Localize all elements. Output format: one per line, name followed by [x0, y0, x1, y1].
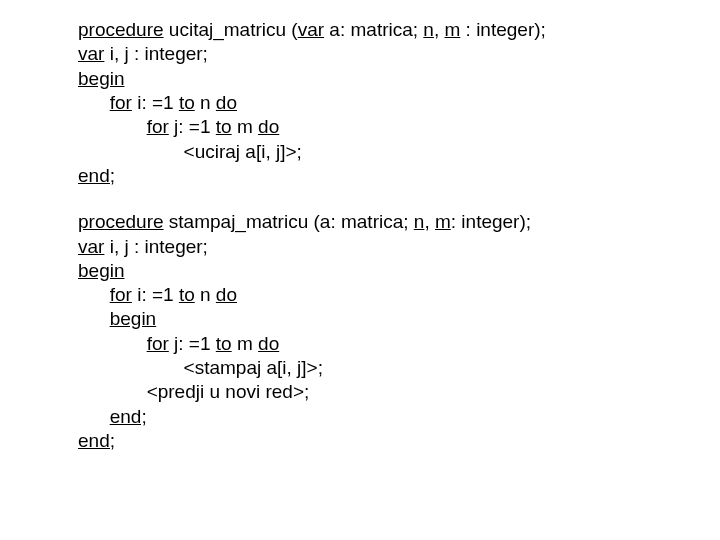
proc2-header: procedure stampaj_matricu (a: matrica; n…: [78, 210, 720, 234]
proc1-begin: begin: [78, 67, 720, 91]
proc2-inner-begin: begin: [78, 307, 720, 331]
proc2-end: end;: [78, 429, 720, 453]
proc2-var: var i, j : integer;: [78, 235, 720, 259]
proc2-for-i: for i: =1 to n do: [78, 283, 720, 307]
code-page: procedure ucitaj_matricu (var a: matrica…: [0, 0, 720, 453]
proc2-inner-end: end;: [78, 405, 720, 429]
proc1-end: end;: [78, 164, 720, 188]
proc1-var: var i, j : integer;: [78, 42, 720, 66]
proc1-for-i: for i: =1 to n do: [78, 91, 720, 115]
proc1-body: <uciraj a[i, j]>;: [78, 140, 720, 164]
proc2-begin: begin: [78, 259, 720, 283]
proc1-for-j: for j: =1 to m do: [78, 115, 720, 139]
proc2-for-j: for j: =1 to m do: [78, 332, 720, 356]
section-gap: [78, 188, 720, 210]
proc2-stampaj: <stampaj a[i, j]>;: [78, 356, 720, 380]
proc2-predji: <predji u novi red>;: [78, 380, 720, 404]
proc1-header: procedure ucitaj_matricu (var a: matrica…: [78, 18, 720, 42]
